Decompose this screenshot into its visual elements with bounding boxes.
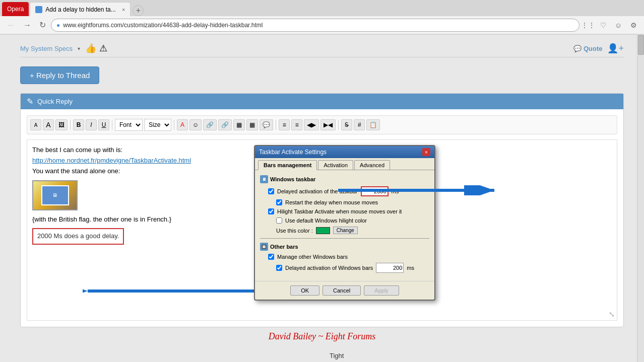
opera-menu-tab[interactable]: Opera <box>2 2 29 16</box>
system-specs-title[interactable]: My System Specs <box>20 45 73 52</box>
quote-icon: 💬 <box>573 45 582 52</box>
bold-btn[interactable]: B <box>73 119 84 130</box>
hilight-checkbox[interactable] <box>268 208 274 214</box>
arrow-right <box>338 185 499 195</box>
quick-reply-icon: ✎ <box>27 97 33 106</box>
resize-handle[interactable]: ⤡ <box>609 310 615 318</box>
post-image-inner: 🖥 <box>41 185 69 205</box>
underline-btn[interactable]: U <box>98 119 109 130</box>
unlink-btn[interactable]: 🔗 <box>218 119 232 130</box>
ok-button[interactable]: OK <box>290 285 319 296</box>
code-btn[interactable]: # <box>354 119 365 130</box>
separator-4 <box>276 120 276 130</box>
cancel-button[interactable]: Cancel <box>323 285 361 296</box>
manage-bars-label: Manage other Windows bars <box>277 254 348 260</box>
editor-toolbar: A A 🖼 B I U Font Size A ☺ <box>27 115 617 134</box>
use-color-label: Use this color : <box>276 228 313 234</box>
back-button[interactable]: ← <box>4 20 18 31</box>
page-wrapper: Opera Add a delay to hidden ta... × + ← … <box>0 0 644 362</box>
account-icon[interactable]: ☺ <box>612 19 625 32</box>
quote-button[interactable]: 💬 Quote <box>573 45 603 52</box>
color-btn[interactable]: A <box>177 119 188 130</box>
taskbar-dialog: Taskbar Activate Settings × Bars managem… <box>254 145 435 301</box>
tab-bars-management[interactable]: Bars management <box>258 160 317 170</box>
paste-btn[interactable]: 📋 <box>366 119 380 130</box>
separator-1 <box>70 120 71 130</box>
size-select[interactable]: Size <box>144 119 171 131</box>
hilight-label: Hilight Taskbar Activate when mouse move… <box>277 208 402 214</box>
reply-to-thread-button[interactable]: + Reply to Thread <box>20 66 99 84</box>
grid-icon[interactable]: ⋮⋮ <box>582 19 595 32</box>
system-specs-left: My System Specs ▾ 👍 ⚠ <box>20 43 107 54</box>
tab-bar: Opera Add a delay to hidden ta... × + <box>0 0 644 16</box>
color-swatch[interactable] <box>316 227 330 234</box>
apply-button[interactable]: Apply <box>364 285 399 296</box>
tab-advanced[interactable]: Advanced <box>354 160 390 170</box>
dialog-body: 🖥 Windows taskbar Delayed activation of … <box>255 170 434 281</box>
delayed-activation-checkbox[interactable] <box>268 188 274 194</box>
specs-dropdown-icon[interactable]: ▾ <box>78 46 80 51</box>
windows-taskbar-label: Windows taskbar <box>270 176 315 182</box>
add-user-button[interactable]: 👤+ <box>607 43 624 54</box>
editor-area[interactable]: The best I can come up with is: http://h… <box>27 139 617 321</box>
default-color-checkbox[interactable] <box>276 218 282 224</box>
text-smaller-btn[interactable]: A <box>30 119 41 130</box>
section-separator <box>260 238 429 239</box>
quick-reply-body: A A 🖼 B I U Font Size A ☺ <box>21 109 623 327</box>
link-btn[interactable]: 🔗 <box>203 119 217 130</box>
manage-bars-row: Manage other Windows bars <box>260 254 429 260</box>
specs-icons-right: 💬 Quote 👤+ <box>573 43 624 54</box>
manage-bars-checkbox[interactable] <box>268 254 274 260</box>
tight-label: Tight <box>330 352 344 359</box>
indent-btn[interactable]: ▶◀ <box>320 119 336 130</box>
delayed-windows-checkbox[interactable] <box>276 265 282 271</box>
default-color-row: Use default Windows hilight color <box>260 218 429 224</box>
restart-delay-label: Restart the delay when mouse moves <box>285 199 378 205</box>
main-scrollbar[interactable] <box>637 34 644 362</box>
font-select[interactable]: Font <box>115 119 143 131</box>
nav-icons-right: ⋮⋮ ♡ ☺ ⚙ <box>582 19 640 32</box>
image-btn[interactable]: 🖼 <box>55 119 68 130</box>
scrollbar-thumb[interactable] <box>638 35 644 55</box>
highlight-box: 2000 Ms does a good delay. <box>32 228 124 245</box>
outdent-btn[interactable]: ◀▶ <box>304 119 319 130</box>
dialog-close-button[interactable]: × <box>422 148 430 156</box>
tab-close-button[interactable]: × <box>122 7 125 13</box>
dialog-title: Taskbar Activate Settings <box>259 149 327 156</box>
heart-icon[interactable]: ♡ <box>597 19 610 32</box>
unordered-list-btn[interactable]: ≡ <box>291 119 302 130</box>
strikethrough-btn[interactable]: S̶ <box>341 119 352 130</box>
like-icon[interactable]: 👍 <box>85 43 96 54</box>
tab-activation[interactable]: Activation <box>318 160 353 170</box>
specs-icons: 👍 ⚠ <box>85 43 107 54</box>
refresh-button[interactable]: ↻ <box>36 19 49 31</box>
forward-button[interactable]: → <box>20 20 34 31</box>
windows-bars-unit: ms <box>407 265 414 271</box>
quote-inline-btn[interactable]: 💬 <box>260 119 273 130</box>
windows-bars-value-input[interactable] <box>376 263 404 273</box>
settings-icon[interactable]: ⚙ <box>627 19 640 32</box>
system-specs-bar: My System Specs ▾ 👍 ⚠ 💬 Quote 👤+ <box>20 40 624 57</box>
ordered-list-btn[interactable]: ≡ <box>279 119 290 130</box>
table2-btn[interactable]: ▦ <box>246 119 258 130</box>
tab-favicon <box>35 6 42 13</box>
dialog-tabs: Bars management Activation Advanced <box>255 158 434 170</box>
change-color-button[interactable]: Change <box>333 227 358 234</box>
text-larger-btn[interactable]: A <box>43 119 54 130</box>
warn-icon[interactable]: ⚠ <box>99 43 107 54</box>
address-text: www.eightforums.com/customization/44638-… <box>63 22 574 29</box>
address-bar[interactable]: ● www.eightforums.com/customization/4463… <box>51 19 579 32</box>
dialog-titlebar: Taskbar Activate Settings × <box>255 146 434 158</box>
opera-label: Opera <box>7 6 24 13</box>
default-color-label: Use default Windows hilight color <box>285 218 367 224</box>
new-tab-button[interactable]: + <box>133 5 144 16</box>
separator-3 <box>174 120 174 130</box>
highlight-text: 2000 Ms does a good delay. <box>37 232 119 240</box>
emoji-btn[interactable]: ☺ <box>189 119 202 130</box>
italic-btn[interactable]: I <box>86 119 97 130</box>
table-btn[interactable]: ▦ <box>233 119 245 130</box>
active-tab[interactable]: Add a delay to hidden ta... × <box>30 2 131 16</box>
restart-delay-checkbox[interactable] <box>276 199 282 205</box>
content-link[interactable]: http://home.nordnet.fr/pmdevigne/Taskbar… <box>32 157 191 164</box>
separator-5 <box>338 120 339 130</box>
